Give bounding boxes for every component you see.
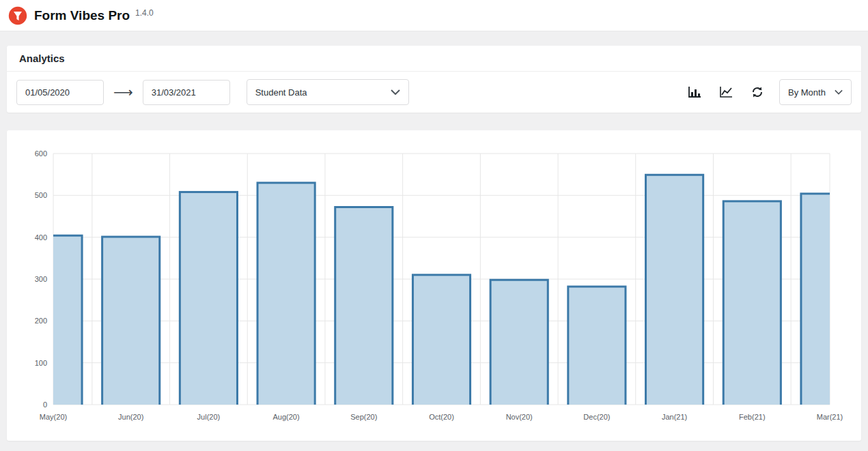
bar-chart-view-button[interactable] [684,83,705,101]
svg-text:Dec(20): Dec(20) [583,413,610,421]
analytics-toolbar: ⟶ Student Data [7,72,861,113]
page-title: Form Vibes Pro [34,8,130,23]
data-source-value: Student Data [255,87,307,98]
bar-May(20)[interactable] [25,235,82,407]
bar-Jul(20)[interactable] [180,192,237,407]
data-source-select[interactable]: Student Data [247,79,409,105]
svg-text:Jul(20): Jul(20) [197,413,221,421]
panel-title: Analytics [7,46,861,72]
date-to-input[interactable] [143,80,230,105]
bar-Sep(20)[interactable] [335,207,393,407]
bar-Dec(20)[interactable] [568,287,626,407]
line-chart-icon [719,86,733,98]
group-by-value: By Month [788,87,826,98]
svg-text:100: 100 [35,359,47,367]
group-by-select[interactable]: By Month [779,79,852,105]
bar-Feb(21)[interactable] [723,201,781,407]
svg-text:Nov(20): Nov(20) [506,413,533,421]
svg-text:0: 0 [43,401,47,409]
svg-text:May(20): May(20) [40,413,67,421]
analytics-page: Analytics ⟶ Student Data [0,31,868,451]
svg-text:600: 600 [35,149,47,158]
svg-text:300: 300 [35,275,47,283]
svg-text:Sep(20): Sep(20) [350,413,377,421]
line-chart-view-button[interactable] [715,83,737,101]
bar-Aug(20)[interactable] [257,183,315,407]
bar-Mar(21)[interactable] [801,194,849,407]
svg-text:Mar(21): Mar(21) [817,413,843,421]
chevron-down-icon [835,89,843,95]
svg-text:Jan(21): Jan(21) [662,413,687,421]
refresh-button[interactable] [746,83,768,102]
chart-card: 0100200300400500600May(20)Jun(20)Jul(20)… [7,130,861,441]
form-vibes-logo-icon [8,6,27,25]
plugin-header: Form Vibes Pro 1.4.0 [0,0,868,31]
chevron-down-icon [391,89,400,95]
svg-text:400: 400 [35,233,47,242]
svg-text:500: 500 [35,191,47,199]
analytics-panel: Analytics ⟶ Student Data [7,46,861,113]
svg-text:Jun(20): Jun(20) [118,413,143,421]
bar-chart-icon [688,86,701,98]
svg-text:Aug(20): Aug(20) [273,413,300,421]
version-label: 1.4.0 [135,8,154,18]
bar-Nov(20)[interactable] [490,280,548,407]
date-from-input[interactable] [16,80,104,105]
svg-text:200: 200 [35,317,47,325]
svg-text:Feb(21): Feb(21) [739,413,766,421]
analytics-bar-chart[interactable]: 0100200300400500600May(20)Jun(20)Jul(20)… [19,144,849,431]
bar-Oct(20)[interactable] [412,275,470,407]
long-right-arrow-icon: ⟶ [113,85,133,99]
svg-text:Oct(20): Oct(20) [429,413,454,421]
bar-Jan(21)[interactable] [646,175,703,407]
refresh-icon [751,85,764,99]
bar-Jun(20)[interactable] [102,237,160,407]
